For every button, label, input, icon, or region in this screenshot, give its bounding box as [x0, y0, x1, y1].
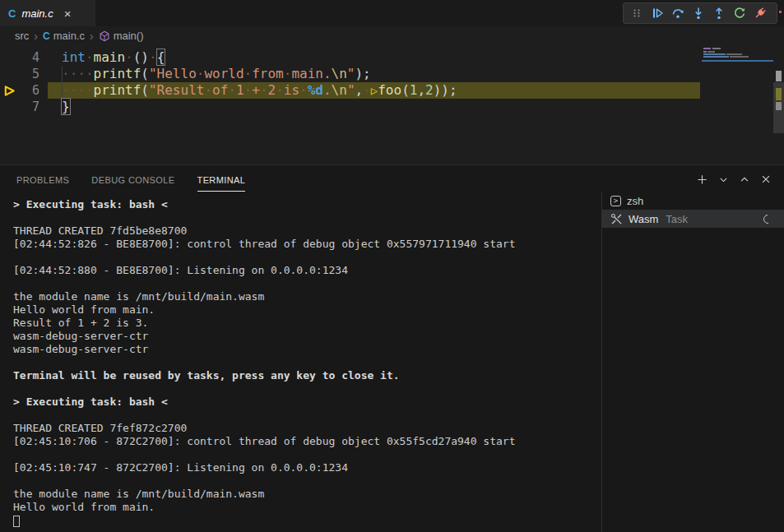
token: of: [212, 82, 228, 98]
step-out-button[interactable]: [708, 4, 729, 22]
terminal-line: [13, 382, 594, 396]
code-line-6[interactable]: 6····printf("Result·of·1·+·2·is·%d.\n",·…: [0, 82, 784, 99]
breadcrumb-item-mainc[interactable]: Cmain.c: [43, 30, 85, 42]
token: ·: [284, 66, 292, 81]
code-line-5[interactable]: 5····printf("Hello·world·from·main.\n");: [0, 66, 784, 82]
terminal-line: THREAD CREATED 7fd5be8e8700: [13, 224, 594, 238]
vscode-window: C main.c × src›Cmain.c›main() 4int·main·…: [0, 0, 784, 532]
token: ·: [125, 49, 133, 65]
terminal-line: [13, 251, 594, 264]
terminal-list-item-wasm[interactable]: WasmTask: [602, 210, 784, 228]
token: ·: [244, 82, 253, 98]
token: (: [141, 82, 149, 98]
terminal-line: > Executing task: bash <: [13, 396, 594, 409]
terminal-line: [02:45:10:706 - 872C2700]: control threa…: [13, 435, 594, 448]
token: ));: [434, 82, 457, 98]
token: +: [252, 82, 260, 98]
terminal-line: [02:44:52:880 - BE8E8700]: Listening on …: [13, 264, 594, 277]
terminal-line: Hello world from main.: [13, 303, 594, 317]
breadcrumb-separator: ›: [88, 30, 95, 43]
terminal-dropdown-button[interactable]: [715, 171, 731, 187]
terminal-item-label: zsh: [627, 195, 643, 207]
token: "Hello: [149, 66, 197, 81]
token: }: [62, 99, 70, 114]
token: ·: [363, 82, 371, 98]
code-line-4[interactable]: 4int·main·()·{: [0, 49, 784, 66]
line-number: 4: [0, 49, 39, 66]
terminal-line: wasm-debug-server-ctr: [13, 343, 594, 356]
terminal-output[interactable]: > Executing task: bash <THREAD CREATED 7…: [13, 198, 594, 527]
token: ····: [62, 66, 94, 81]
panel-header: PROBLEMSDEBUG CONSOLETERMINAL: [0, 168, 784, 192]
terminal-item-label: Wasm: [629, 213, 658, 225]
token: 1: [410, 82, 418, 98]
terminal-icon: >: [610, 196, 621, 206]
token: (: [141, 66, 149, 81]
token: ": [347, 82, 355, 98]
token: world: [204, 66, 244, 81]
token: 2: [268, 82, 276, 98]
maximize-panel-button[interactable]: [736, 171, 753, 187]
token: );: [355, 66, 370, 81]
terminal-line: [13, 211, 594, 224]
terminal-line: Terminal will be reused by tasks, press …: [13, 369, 594, 382]
token: from: [252, 66, 284, 81]
toolbar-edge-dot: [779, 11, 782, 13]
terminal-line: the module name is /mnt/build/main.wasm: [13, 488, 594, 501]
terminal-line: [13, 448, 594, 461]
close-panel-button[interactable]: [758, 171, 774, 187]
token: (: [401, 82, 410, 98]
token: ····: [62, 82, 94, 98]
code-line-7[interactable]: 7}: [0, 99, 784, 115]
inline-run-icon: ▷: [371, 84, 378, 97]
breadcrumb-label: main.c: [53, 30, 85, 42]
terminal-list-item-zsh[interactable]: >zsh: [602, 192, 784, 210]
line-number: 7: [0, 99, 39, 115]
breadcrumb-item-src[interactable]: src: [15, 30, 29, 42]
drag-handle-icon[interactable]: [626, 4, 647, 22]
token: \n: [332, 82, 347, 98]
panel-tab-terminal[interactable]: TERMINAL: [197, 169, 246, 192]
continue-button[interactable]: [647, 4, 667, 22]
restart-button[interactable]: [729, 4, 749, 22]
disconnect-button[interactable]: [749, 4, 770, 22]
token: ·: [86, 49, 94, 65]
breadcrumb-label: main(): [114, 30, 144, 42]
terminal-line: [13, 356, 594, 369]
tools-icon: [610, 213, 623, 225]
token: "Result: [149, 82, 204, 98]
terminal-line: > Executing task: bash <: [13, 198, 594, 211]
token: int: [62, 49, 86, 65]
close-tab-icon[interactable]: ×: [64, 7, 72, 20]
panel-tab-problems[interactable]: PROBLEMS: [16, 169, 69, 192]
token: ·: [260, 82, 268, 98]
overview-mark-current-line: [776, 88, 782, 100]
token: %d: [308, 82, 323, 98]
overview-mark: [776, 71, 782, 81]
terminal-line: Hello world from main.: [13, 501, 594, 514]
token: ·: [204, 82, 212, 98]
terminal-line: [02:44:52:826 - BE8E8700]: control threa…: [13, 238, 594, 251]
step-into-button[interactable]: [688, 4, 708, 22]
token: ·: [244, 66, 253, 81]
c-file-icon: C: [8, 7, 16, 20]
c-file-icon: C: [43, 30, 50, 42]
terminal-line: THREAD CREATED 7fef872c2700: [13, 422, 594, 435]
new-terminal-button[interactable]: [694, 171, 710, 187]
debug-toolbar: [623, 2, 777, 24]
minimap[interactable]: [702, 47, 773, 63]
token: foo: [378, 82, 401, 98]
editor-scrollbar[interactable]: [773, 45, 784, 164]
panel-tab-debug-console[interactable]: DEBUG CONSOLE: [91, 169, 174, 192]
terminal-line: Result of 1 + 2 is 3.: [13, 317, 594, 330]
overview-mark: [776, 102, 782, 110]
terminal-line: [13, 277, 594, 290]
step-over-button[interactable]: [667, 4, 688, 22]
token: ,: [417, 82, 425, 98]
terminal-line: wasm-debug-server-ctr: [13, 330, 594, 343]
code-editor[interactable]: 4int·main·()·{5····printf("Hello·world·f…: [0, 45, 784, 164]
token: ·: [299, 82, 308, 98]
breadcrumb-item-main[interactable]: main(): [99, 30, 144, 42]
token: is: [284, 82, 299, 98]
tab-main-c[interactable]: C main.c ×: [0, 0, 95, 26]
